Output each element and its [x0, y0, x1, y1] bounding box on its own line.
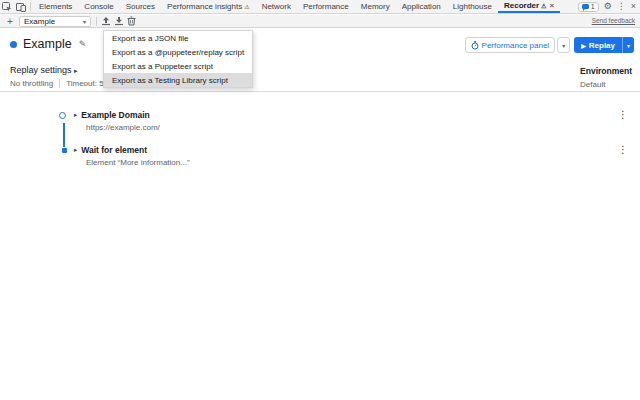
replay-button[interactable]: ▶ Replay	[574, 37, 622, 53]
issues-count: 1	[591, 3, 595, 10]
import-recording-icon[interactable]	[99, 15, 112, 27]
performance-panel-button[interactable]: Performance panel	[465, 37, 556, 53]
tab-sources[interactable]: Sources	[120, 0, 161, 13]
settings-gear-icon[interactable]: ⚙	[604, 2, 612, 11]
timeline-connector	[63, 123, 65, 147]
environment-label: Environment	[580, 66, 632, 76]
menu-item-export-testing-library[interactable]: Export as a Testing Library script	[104, 73, 252, 87]
issues-counter[interactable]: 1	[578, 2, 599, 12]
recording-title: Example	[23, 37, 72, 51]
tab-memory[interactable]: Memory	[355, 0, 396, 13]
chevron-down-icon: ▾	[627, 42, 630, 49]
export-menu: Export as a JSON file Export as a @puppe…	[103, 30, 253, 88]
warning-icon: ⚠	[244, 4, 249, 10]
replay-dropdown[interactable]: ▾	[622, 37, 634, 53]
device-toolbar-icon[interactable]	[14, 0, 28, 13]
chevron-down-icon: ▾	[83, 18, 86, 25]
section-divider	[0, 91, 640, 92]
performance-panel-dropdown[interactable]: ▾	[557, 37, 570, 53]
step-title: Wait for element	[81, 145, 147, 155]
environment-value: Default	[580, 80, 632, 89]
step-navigate[interactable]: ▸ Example Domain https://example.com/	[74, 110, 160, 132]
more-options-icon[interactable]: ⋮	[617, 2, 626, 11]
menu-item-export-puppeteer-replay[interactable]: Export as a @puppeteer/replay script	[104, 45, 252, 59]
step-menu-icon[interactable]: ⋮	[618, 110, 628, 120]
disclosure-icon[interactable]: ▸	[74, 146, 77, 154]
tab-recorder[interactable]: Recorder ⚠ ×	[498, 0, 560, 13]
step-title: Example Domain	[81, 110, 150, 120]
devtools-tab-strip: Elements Console Sources Performance ins…	[0, 0, 640, 14]
tab-application[interactable]: Application	[396, 0, 447, 13]
issues-icon	[582, 4, 589, 9]
toolbar-separator	[30, 2, 31, 11]
inspect-element-icon[interactable]	[0, 0, 14, 13]
devtools-window: Elements Console Sources Performance ins…	[0, 0, 640, 400]
toolbar-separator	[96, 17, 97, 26]
throttling-value: No throttling	[10, 79, 53, 88]
step-subtitle: https://example.com/	[86, 123, 160, 132]
recording-select[interactable]: Example ▾	[19, 16, 91, 27]
disclosure-icon[interactable]: ▸	[74, 111, 77, 119]
timeline-start-icon	[59, 112, 66, 119]
export-recording-icon[interactable]	[112, 15, 125, 27]
step-menu-icon[interactable]: ⋮	[618, 145, 628, 155]
stopwatch-icon	[471, 41, 479, 50]
menu-item-export-puppeteer[interactable]: Export as a Puppeteer script	[104, 59, 252, 73]
tab-lighthouse[interactable]: Lighthouse	[447, 0, 498, 13]
replay-button-group: ▶ Replay ▾	[574, 37, 634, 53]
close-tab-icon[interactable]: ×	[549, 0, 554, 12]
menu-item-export-json[interactable]: Export as a JSON file	[104, 31, 252, 45]
step-wait-for-element[interactable]: ▸ Wait for element Element “More informa…	[74, 145, 190, 167]
recording-select-value: Example	[24, 17, 55, 26]
environment-section: Environment Default	[580, 66, 632, 89]
tab-performance[interactable]: Performance	[297, 0, 355, 13]
disclosure-icon: ▸	[74, 67, 78, 74]
edit-title-icon[interactable]: ✎	[79, 39, 87, 49]
chevron-down-icon: ▾	[562, 42, 565, 49]
tabbar-right-controls: 1 ⚙ ⋮ ×	[578, 2, 640, 12]
performance-panel-group: Performance panel ▾	[465, 37, 571, 53]
delete-recording-icon[interactable]	[125, 15, 138, 27]
send-feedback-link[interactable]: Send feedback	[592, 17, 635, 24]
tab-console[interactable]: Console	[78, 0, 119, 13]
tab-performance-insights[interactable]: Performance insights ⚠	[161, 0, 256, 13]
recorder-toolbar: + Example ▾	[0, 15, 640, 28]
add-recording-button[interactable]: +	[4, 16, 16, 27]
close-devtools-icon[interactable]: ×	[631, 2, 636, 11]
warning-icon: ⚠	[541, 3, 546, 9]
play-icon: ▶	[581, 42, 586, 49]
recording-dot-icon	[10, 41, 17, 48]
tab-elements[interactable]: Elements	[33, 0, 78, 13]
replay-settings-toggle[interactable]: Replay settings ▸	[10, 65, 78, 75]
step-subtitle: Element “More information...”	[86, 158, 190, 167]
tab-network[interactable]: Network	[256, 0, 297, 13]
timeline-step-icon	[62, 148, 67, 153]
header-actions: Performance panel ▾ ▶ Replay ▾	[465, 37, 634, 53]
separator	[59, 79, 60, 88]
